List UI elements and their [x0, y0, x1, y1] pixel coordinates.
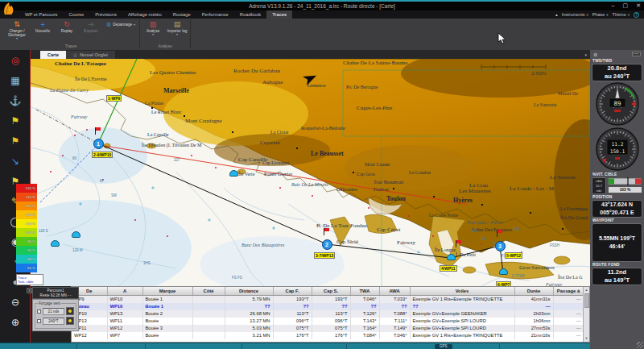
maximize-button[interactable]: ▢	[623, 2, 629, 10]
zoom-out-icon[interactable]: ⊖	[0, 292, 31, 312]
vit-cible-panel[interactable]: cible 10.7 nds 103 %	[592, 177, 642, 194]
column-header-cap-s-[interactable]: Cap S.	[312, 287, 350, 295]
waypoint-tag[interactable]: 5-WP12	[505, 252, 522, 259]
place-label: Cuges-Les-Pins	[357, 106, 392, 111]
resize-grip[interactable]	[637, 342, 643, 348]
column-header-marque[interactable]: Marque	[142, 287, 192, 295]
route-fond-panel[interactable]: 11.2nd au 149°T	[592, 268, 642, 285]
table-row[interactable]: WP13WP11Bouée13.27 MN096°T096°TT.143°T.1…	[72, 318, 584, 325]
wind-speed-mark-button[interactable]	[66, 307, 74, 315]
minimize-button[interactable]: –	[612, 2, 615, 10]
sidebar-settings-icon[interactable]: ⚙	[593, 52, 597, 57]
tab-nouvel-onglet[interactable]: ◎ Nouvel Onglet	[66, 51, 115, 59]
collapse-ribbon-icon[interactable]: ▴	[555, 12, 558, 17]
gps-status[interactable]: GPS	[435, 344, 452, 349]
table-row[interactable]: bateauWP10Bouée 1????????????—	[72, 303, 584, 310]
place-label: Cap Liouquet	[262, 160, 289, 165]
analyse-button[interactable]: ▥Analyse▾	[141, 19, 165, 36]
scroll-down-icon[interactable]: ▼	[585, 335, 588, 342]
help-button[interactable]: ?	[634, 12, 639, 18]
buoy-marker[interactable]	[499, 268, 508, 275]
menu-tab-routage[interactable]: Routage	[167, 10, 196, 19]
column-header-cap-f-[interactable]: Cap F.	[273, 287, 312, 295]
new-trace-button[interactable]: ＋Nouvelle	[31, 19, 55, 33]
wind-speed-field[interactable]: 21 nds	[43, 308, 64, 315]
repair-button[interactable]: ⚙Dépannage▾	[103, 20, 138, 29]
tws-twd-panel[interactable]: 20.8nd au 240°T	[592, 64, 642, 81]
wind-dir-field[interactable]: 240°T	[43, 318, 64, 325]
column-header-voiles[interactable]: Voiles	[410, 287, 514, 295]
tab-list-dropdown-icon[interactable]: ▾	[584, 52, 587, 57]
position-panel[interactable]: 43°17.624 N 005°20.471 E	[592, 200, 642, 218]
waypoint-tag[interactable]: 2-9/WP10	[92, 152, 113, 158]
menu-tab-course[interactable]: Course	[64, 10, 90, 19]
life-ring-icon[interactable]: ◎	[0, 50, 31, 70]
route-marks-icon[interactable]: ⚑	[0, 110, 31, 131]
column-header-a[interactable]: A	[107, 287, 142, 295]
instruments-menu[interactable]: Instruments	[562, 12, 585, 17]
repair-icon: ⚙	[106, 22, 111, 28]
column-header-c-t-[interactable]: Côté	[192, 287, 225, 295]
place-label: Cap Cépet	[377, 227, 400, 233]
chart-icon[interactable]: ▦	[0, 70, 31, 90]
menu-tab-affichage-m-t-o[interactable]: Affichage météo	[122, 10, 167, 19]
import-log-button[interactable]: ▤Importer log▾	[165, 19, 189, 36]
close-panel-button[interactable]: x	[27, 288, 32, 293]
bearing-line-icon[interactable]: ↘	[0, 151, 31, 171]
wind-speed-checkbox[interactable]	[37, 310, 41, 314]
zoom-in-icon[interactable]: ⊕	[0, 312, 31, 332]
flag-icon	[324, 228, 324, 235]
place-label: Le Beausset	[311, 151, 344, 157]
menu-tab-pr-visions[interactable]: Prévisions	[89, 10, 122, 19]
waypoint-tag[interactable]: 1-WP9	[106, 95, 122, 102]
scroll-thumb[interactable]	[584, 293, 589, 308]
table-row[interactable]: WP9WP10Bouée 15.79 MN193°T193°TT.046°T.0…	[72, 295, 584, 303]
theme-menu[interactable]: Thème	[613, 12, 626, 17]
place-label: Baie De La Moutte	[291, 182, 328, 187]
tab-carte[interactable]: Carte	[40, 51, 66, 59]
waypoint-panel[interactable]: 5.55MN 199°T 46:44'	[592, 223, 642, 262]
wind-dir-checkbox[interactable]	[37, 319, 41, 323]
buoy-marker[interactable]	[229, 170, 238, 177]
menu-tab-wp-et-parcours[interactable]: WP et Parcours	[19, 10, 64, 19]
waypoint-tag[interactable]: 3-7/WP13	[314, 252, 335, 259]
place-label: Hyères	[453, 197, 473, 204]
buoy-marker[interactable]	[447, 254, 456, 260]
waypoint-tag[interactable]: 4/WP11	[440, 265, 457, 272]
menu-tab-roadbook[interactable]: Roadbook	[234, 10, 266, 19]
waypoint-marker-1[interactable]: 1	[93, 139, 104, 149]
table-scrollbar[interactable]: ▲ ▼	[583, 287, 589, 342]
column-header-passage-[interactable]: Passage à	[553, 287, 584, 295]
menu-tab-performance[interactable]: Performance	[196, 10, 234, 19]
speed-heading-gauge[interactable]: 11.2 150.1	[594, 127, 641, 172]
new-trace-icon: ＋	[39, 20, 47, 28]
phase-menu[interactable]: Phase	[592, 12, 605, 17]
wind-compass-gauge[interactable]: 89	[594, 82, 641, 127]
place-label: Rocher Du Garlaban	[233, 69, 280, 74]
waypoint-marker-2[interactable]: 2	[322, 239, 332, 250]
waypoint-marker-3[interactable]: 3	[495, 241, 506, 251]
nautical-chart[interactable]: 2.5MN Chaîne De	[31, 59, 592, 286]
sidebar-more-icon[interactable]: •••	[632, 52, 641, 56]
menu-tab-traces[interactable]: Traces	[266, 10, 292, 19]
parcours-header[interactable]: x Parcours1 Reste 92.28 MN - -	[32, 287, 79, 299]
table-row[interactable]: WP12WP7Bouée3.21 MN176°T176°TT.084°T.046…	[72, 332, 584, 339]
wind-dir-mark-button[interactable]	[66, 317, 74, 325]
load-unload-button[interactable]: ⇅Charger / Décharger▾	[3, 19, 31, 40]
buoy-marker[interactable]	[51, 240, 60, 247]
scroll-up-icon[interactable]: ▲	[585, 287, 588, 293]
close-button[interactable]: ✕	[636, 2, 641, 10]
column-header-dur-e[interactable]: Durée	[514, 287, 553, 295]
marks-pair-icon[interactable]: ⚑	[0, 131, 31, 151]
column-header-distance[interactable]: Distance	[225, 287, 273, 295]
buoy-marker[interactable]	[72, 231, 80, 238]
scale-label: 2.5MN	[531, 71, 546, 76]
instruments-icon[interactable]: ⚓	[0, 90, 31, 110]
legend-step: 96 %	[16, 237, 37, 246]
column-header-awa[interactable]: AWA	[379, 287, 410, 295]
replay-button[interactable]: ↻Replay	[55, 19, 79, 33]
table-row[interactable]: WP11WP12Bouée 35.03 MN075°T075°TT.164°T.…	[72, 325, 584, 332]
column-header-twa[interactable]: TWA	[350, 287, 379, 295]
table-row[interactable]: WP10WP13Bouée 226.68 MN113°T113°TT.126°T…	[72, 310, 584, 318]
buoy-icon	[68, 310, 72, 313]
